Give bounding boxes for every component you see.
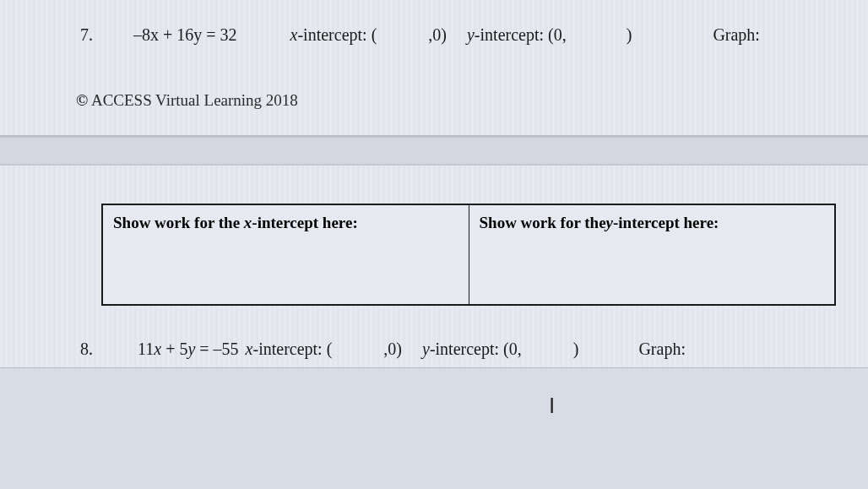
x-intercept-close-8: ,0) [383,340,402,359]
problem-number-8: 8. [80,340,106,359]
y-intercept-close-8: ) [573,340,579,359]
copyright-symbol: © [76,91,88,109]
equation-8: 11x + 5y = –55 [138,340,239,359]
y-intercept-close-7: ) [627,25,632,45]
section-problem-8: Show work for the x-intercept here: Show… [0,166,868,368]
problem-8-line: 8. 11x + 5y = –55 x-intercept: ( ,0) y-i… [80,340,826,359]
work-cell-y-intercept[interactable]: Show work for they-intercept here: [469,204,835,305]
text-cursor: I [549,393,555,419]
section-problem-7: 7. –8x + 16y = 32 x-intercept: ( ,0) y-i… [0,0,868,136]
x-intercept-label-8: x-intercept: ( [246,340,333,359]
problem-number-7: 7. [80,25,106,45]
equation-7: –8x + 16y = 32 [133,25,237,45]
graph-label-7: Graph: [713,25,760,45]
y-intercept-label-8: y-intercept: (0, [422,340,522,359]
x-intercept-close-7: ,0) [428,25,447,45]
y-intercept-label-7: y-intercept: (0, [467,25,567,45]
copyright-line: © ACCESS Virtual Learning 2018 [76,91,826,110]
x-intercept-label-7: x-intercept: ( [290,25,377,45]
section-divider [0,136,868,166]
graph-label-8: Graph: [638,340,686,359]
work-table: Show work for the x-intercept here: Show… [101,204,836,306]
problem-7-line: 7. –8x + 16y = 32 x-intercept: ( ,0) y-i… [80,25,826,45]
work-cell-x-intercept[interactable]: Show work for the x-intercept here: [102,204,469,305]
